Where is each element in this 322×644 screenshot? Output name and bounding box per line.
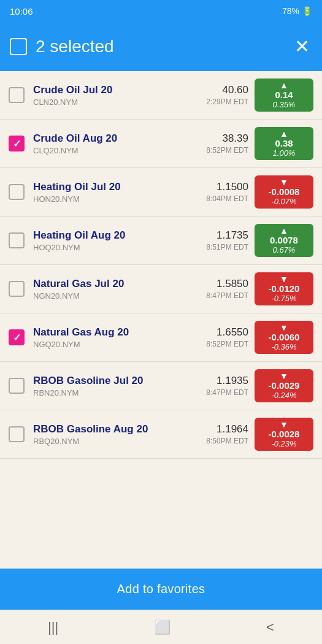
item-name-2: Crude Oil Aug 20 bbox=[33, 132, 206, 145]
item-change-block-7: ▼ -0.0029 -0.24% bbox=[255, 369, 313, 402]
item-info-6: Natural Gas Aug 20 NGQ20.NYM bbox=[33, 326, 206, 349]
item-ticker-4: HOQ20.NYM bbox=[33, 243, 206, 252]
list-item[interactable]: Heating Oil Jul 20 HON20.NYM 1.1500 8:04… bbox=[0, 168, 322, 217]
item-time-3: 8:04PM EDT bbox=[206, 194, 248, 203]
item-price-block-8: 1.1964 8:50PM EDT bbox=[206, 423, 248, 445]
item-info-2: Crude Oil Aug 20 CLQ20.NYM bbox=[33, 132, 206, 155]
item-price-7: 1.1935 bbox=[206, 375, 248, 387]
item-checkbox-2[interactable] bbox=[9, 136, 25, 151]
item-price-6: 1.6550 bbox=[206, 326, 248, 339]
item-ticker-3: HON20.NYM bbox=[33, 194, 206, 204]
list-item[interactable]: Natural Gas Jul 20 NGN20.NYM 1.5850 8:47… bbox=[0, 265, 322, 313]
item-price-block-2: 38.39 8:52PM EDT bbox=[206, 132, 248, 155]
item-price-5: 1.5850 bbox=[206, 278, 248, 290]
change-arrow-4: ▲ bbox=[280, 226, 288, 235]
item-name-7: RBOB Gasoline Jul 20 bbox=[33, 375, 206, 387]
item-info-4: Heating Oil Aug 20 HOQ20.NYM bbox=[33, 229, 206, 252]
item-name-1: Crude Oil Jul 20 bbox=[33, 84, 206, 96]
item-ticker-6: NGQ20.NYM bbox=[33, 340, 206, 349]
item-price-4: 1.1735 bbox=[206, 229, 248, 242]
item-ticker-7: RBN20.NYM bbox=[33, 388, 206, 397]
selected-count-label: 2 selected bbox=[36, 37, 114, 56]
select-all-checkbox[interactable] bbox=[10, 38, 27, 55]
item-price-block-5: 1.5850 8:47PM EDT bbox=[206, 278, 248, 300]
item-time-5: 8:47PM EDT bbox=[206, 291, 248, 300]
item-checkbox-3[interactable] bbox=[9, 184, 25, 200]
item-checkbox-1[interactable] bbox=[9, 87, 25, 103]
selection-header: 2 selected ✕ bbox=[0, 22, 322, 71]
item-name-6: Natural Gas Aug 20 bbox=[33, 326, 206, 339]
item-ticker-5: NGN20.NYM bbox=[33, 291, 206, 301]
item-change-block-4: ▲ 0.0078 0.67% bbox=[255, 224, 313, 257]
status-time: 10:06 bbox=[10, 6, 33, 17]
home-icon[interactable]: ⬜ bbox=[154, 619, 171, 635]
item-name-5: Natural Gas Jul 20 bbox=[33, 278, 206, 290]
list-item[interactable]: RBOB Gasoline Jul 20 RBN20.NYM 1.1935 8:… bbox=[0, 362, 322, 410]
item-change-block-1: ▲ 0.14 0.35% bbox=[255, 79, 313, 112]
item-info-8: RBOB Gasoline Aug 20 RBQ20.NYM bbox=[33, 423, 206, 446]
item-checkbox-4[interactable] bbox=[9, 232, 25, 248]
item-ticker-8: RBQ20.NYM bbox=[33, 437, 206, 446]
item-time-2: 8:52PM EDT bbox=[206, 146, 248, 155]
change-arrow-8: ▼ bbox=[280, 420, 288, 429]
status-right: 78% 🔋 bbox=[282, 6, 312, 16]
change-arrow-1: ▲ bbox=[280, 81, 288, 90]
item-change-block-5: ▼ -0.0120 -0.75% bbox=[255, 272, 313, 305]
list-item[interactable]: Natural Gas Aug 20 NGQ20.NYM 1.6550 8:52… bbox=[0, 313, 322, 362]
item-checkbox-5[interactable] bbox=[9, 281, 25, 297]
add-to-favorites-button[interactable]: Add to favorites bbox=[0, 569, 322, 610]
item-info-5: Natural Gas Jul 20 NGN20.NYM bbox=[33, 278, 206, 301]
nav-bar: ||| ⬜ < bbox=[0, 610, 322, 644]
change-abs-5: -0.0120 bbox=[269, 283, 300, 294]
item-time-7: 8:47PM EDT bbox=[206, 388, 248, 397]
back-icon[interactable]: < bbox=[266, 619, 274, 635]
change-arrow-3: ▼ bbox=[280, 178, 288, 186]
change-arrow-2: ▲ bbox=[280, 129, 288, 138]
change-abs-4: 0.0078 bbox=[270, 235, 298, 245]
item-time-1: 2:29PM EDT bbox=[206, 98, 248, 106]
item-change-block-6: ▼ -0.0060 -0.36% bbox=[255, 321, 313, 354]
change-pct-7: -0.24% bbox=[271, 391, 296, 400]
item-ticker-2: CLQ20.NYM bbox=[33, 146, 206, 155]
change-pct-2: 1.00% bbox=[273, 148, 296, 158]
change-abs-1: 0.14 bbox=[275, 90, 293, 100]
change-abs-7: -0.0029 bbox=[269, 380, 300, 391]
list-item[interactable]: Crude Oil Aug 20 CLQ20.NYM 38.39 8:52PM … bbox=[0, 120, 322, 168]
header-left: 2 selected bbox=[10, 37, 114, 56]
change-pct-5: -0.75% bbox=[271, 294, 296, 303]
change-abs-6: -0.0060 bbox=[269, 332, 300, 342]
item-name-4: Heating Oil Aug 20 bbox=[33, 229, 206, 242]
item-info-1: Crude Oil Jul 20 CLN20.NYM bbox=[33, 84, 206, 107]
change-pct-3: -0.07% bbox=[271, 197, 296, 206]
change-pct-6: -0.36% bbox=[271, 342, 296, 351]
list-item[interactable]: RBOB Gasoline Aug 20 RBQ20.NYM 1.1964 8:… bbox=[0, 410, 322, 459]
item-info-7: RBOB Gasoline Jul 20 RBN20.NYM bbox=[33, 375, 206, 397]
item-info-3: Heating Oil Jul 20 HON20.NYM bbox=[33, 181, 206, 204]
list-item[interactable]: Heating Oil Aug 20 HOQ20.NYM 1.1735 8:51… bbox=[0, 217, 322, 265]
change-arrow-6: ▼ bbox=[280, 323, 288, 332]
item-price-block-6: 1.6550 8:52PM EDT bbox=[206, 326, 248, 348]
item-checkbox-6[interactable] bbox=[9, 329, 25, 345]
list-item[interactable]: Crude Oil Jul 20 CLN20.NYM 40.60 2:29PM … bbox=[0, 71, 322, 120]
item-ticker-1: CLN20.NYM bbox=[33, 98, 206, 107]
change-arrow-5: ▼ bbox=[280, 275, 288, 283]
change-abs-8: -0.0028 bbox=[269, 429, 300, 439]
change-abs-3: -0.0008 bbox=[269, 186, 300, 197]
item-time-4: 8:51PM EDT bbox=[206, 243, 248, 251]
item-checkbox-8[interactable] bbox=[9, 426, 25, 442]
item-price-3: 1.1500 bbox=[206, 181, 248, 193]
status-bar: 10:06 78% 🔋 bbox=[0, 0, 322, 22]
battery-icon: 🔋 bbox=[302, 6, 312, 16]
item-price-block-7: 1.1935 8:47PM EDT bbox=[206, 375, 248, 397]
menu-icon[interactable]: ||| bbox=[48, 619, 58, 635]
item-price-1: 40.60 bbox=[206, 84, 248, 96]
change-arrow-7: ▼ bbox=[280, 372, 288, 380]
change-pct-4: 0.67% bbox=[273, 245, 296, 255]
item-price-block-1: 40.60 2:29PM EDT bbox=[206, 84, 248, 106]
change-pct-1: 0.35% bbox=[273, 100, 296, 109]
item-time-6: 8:52PM EDT bbox=[206, 340, 248, 348]
item-checkbox-7[interactable] bbox=[9, 378, 25, 394]
item-price-block-3: 1.1500 8:04PM EDT bbox=[206, 181, 248, 203]
close-button[interactable]: ✕ bbox=[292, 35, 312, 58]
change-abs-2: 0.38 bbox=[275, 138, 293, 148]
